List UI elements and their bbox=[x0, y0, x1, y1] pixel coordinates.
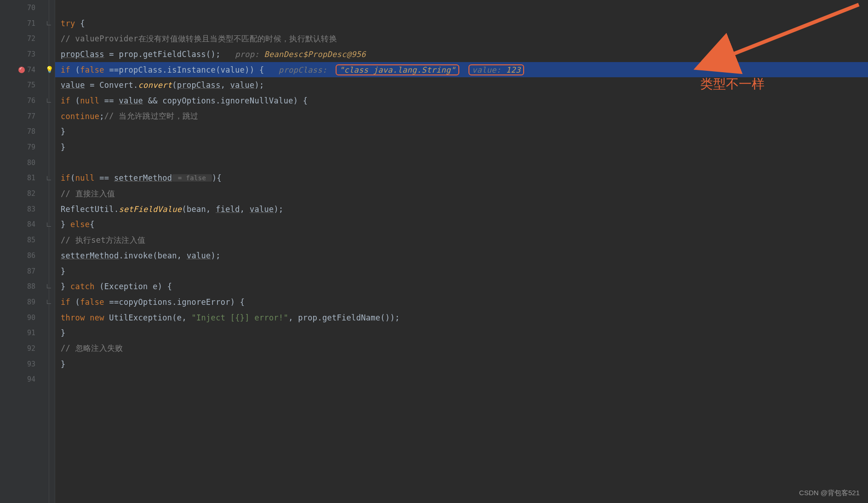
code-text: ){ bbox=[212, 173, 222, 183]
code-line[interactable] bbox=[55, 372, 868, 388]
fold-toggle-icon[interactable] bbox=[47, 176, 51, 180]
code-editor[interactable]: 70 71 72 73 74 75 76 77 78 79 80 81 82 8… bbox=[0, 0, 868, 503]
brace: } bbox=[61, 220, 70, 229]
fold-gutter[interactable]: 💡 bbox=[44, 0, 55, 503]
method-call: isInstance bbox=[167, 65, 216, 74]
code-line[interactable] bbox=[55, 0, 868, 16]
code-line[interactable]: // 直接注入值 bbox=[55, 186, 868, 201]
line-number[interactable]: 93 bbox=[0, 356, 44, 372]
comment: // 执行set方法注入值 bbox=[61, 235, 145, 246]
line-number[interactable]: 87 bbox=[0, 263, 44, 279]
code-text: ); bbox=[254, 80, 264, 90]
line-number[interactable]: 80 bbox=[0, 155, 44, 171]
code-text: ( bbox=[70, 65, 80, 74]
line-number[interactable]: 72 bbox=[0, 31, 44, 46]
variable: value bbox=[119, 96, 143, 105]
method-call: convert bbox=[138, 80, 172, 90]
comment: // valueProvider在没有对值做转换且当类型不匹配的时候，执行默认转… bbox=[61, 34, 337, 44]
code-area[interactable]: try { // valueProvider在没有对值做转换且当类型不匹配的时候… bbox=[55, 0, 868, 503]
code-line[interactable]: setterMethod.invoke(bean, value); bbox=[55, 248, 868, 263]
code-line[interactable]: } bbox=[55, 139, 868, 155]
line-number[interactable]: 73 bbox=[0, 46, 44, 62]
lightbulb-icon[interactable]: 💡 bbox=[46, 66, 52, 73]
line-number[interactable]: 86 bbox=[0, 248, 44, 263]
code-line[interactable]: } bbox=[55, 124, 868, 140]
code-line[interactable]: throw new UtilException(e, "Inject [{}] … bbox=[55, 310, 868, 326]
code-line[interactable]: // 执行set方法注入值 bbox=[55, 232, 868, 248]
code-line[interactable]: propClass = prop.getFieldClass(); prop: … bbox=[55, 46, 868, 62]
code-text: ; bbox=[99, 112, 104, 121]
code-text: (); bbox=[206, 50, 235, 59]
line-number-gutter[interactable]: 70 71 72 73 74 75 76 77 78 79 80 81 82 8… bbox=[0, 0, 44, 503]
fold-toggle-icon[interactable] bbox=[47, 300, 51, 304]
line-number[interactable]: 81 bbox=[0, 171, 44, 186]
fold-toggle-icon[interactable] bbox=[47, 223, 51, 227]
line-number[interactable]: 78 bbox=[0, 124, 44, 140]
brace: } bbox=[61, 143, 66, 152]
fold-toggle-icon[interactable] bbox=[47, 284, 51, 288]
keyword-if: if bbox=[61, 96, 70, 105]
code-line[interactable]: ReflectUtil.setFieldValue(bean, field, v… bbox=[55, 201, 868, 217]
line-number[interactable]: 82 bbox=[0, 186, 44, 201]
line-number[interactable]: 92 bbox=[0, 341, 44, 356]
line-number[interactable]: 70 bbox=[0, 0, 44, 16]
line-number[interactable]: 75 bbox=[0, 77, 44, 93]
comment: // 忽略注入失败 bbox=[61, 343, 123, 354]
argument: field bbox=[216, 205, 240, 214]
fold-toggle-icon[interactable] bbox=[47, 98, 51, 103]
line-number[interactable]: 79 bbox=[0, 139, 44, 155]
code-text: ); bbox=[211, 251, 221, 260]
code-text: .invoke(bean, bbox=[119, 251, 187, 260]
line-number[interactable]: 91 bbox=[0, 325, 44, 341]
line-number[interactable]: 94 bbox=[0, 372, 44, 388]
line-number[interactable]: 76 bbox=[0, 93, 44, 109]
inline-hint-label: propClass: bbox=[279, 65, 332, 74]
line-number[interactable]: 89 bbox=[0, 294, 44, 310]
code-text: ==copyOptions. bbox=[104, 297, 177, 307]
code-line[interactable]: if (null == value && copyOptions.ignoreN… bbox=[55, 93, 868, 109]
code-line[interactable]: } catch (Exception e) { bbox=[55, 279, 868, 294]
line-number-breakpoint[interactable]: 74 bbox=[0, 62, 44, 78]
class-ref: ReflectUtil. bbox=[61, 205, 119, 214]
code-line[interactable]: if (false ==copyOptions.ignoreError) { bbox=[55, 294, 868, 310]
code-text: ( bbox=[172, 80, 177, 90]
argument: value bbox=[230, 80, 255, 90]
code-line[interactable]: } else{ bbox=[55, 217, 868, 233]
line-number[interactable]: 83 bbox=[0, 201, 44, 217]
string-literal: "Inject [{}] error!" bbox=[191, 313, 288, 322]
keyword-throw: throw new bbox=[61, 313, 104, 322]
code-text: UtilException(e, bbox=[104, 313, 192, 322]
keyword-if: if bbox=[61, 173, 70, 183]
code-line[interactable]: try { bbox=[55, 16, 868, 31]
code-line[interactable]: } bbox=[55, 325, 868, 341]
code-text: , bbox=[240, 205, 250, 214]
line-number[interactable]: 90 bbox=[0, 310, 44, 326]
code-text: ) { bbox=[230, 297, 245, 307]
keyword-null: null bbox=[80, 96, 99, 105]
code-line[interactable]: } bbox=[55, 263, 868, 279]
line-number[interactable]: 77 bbox=[0, 109, 44, 124]
brace: } bbox=[61, 267, 66, 276]
code-line[interactable]: // 忽略注入失败 bbox=[55, 341, 868, 356]
inline-hint-label: value: bbox=[472, 65, 506, 74]
line-number[interactable]: 84 bbox=[0, 217, 44, 233]
keyword-continue: continue bbox=[61, 112, 99, 121]
line-number[interactable]: 88 bbox=[0, 279, 44, 294]
code-text: ==propClass. bbox=[104, 65, 167, 74]
inline-hint-value: 123 bbox=[506, 65, 521, 74]
code-line[interactable] bbox=[55, 155, 868, 171]
variable: setterMethod bbox=[114, 173, 172, 183]
line-number[interactable]: 85 bbox=[0, 232, 44, 248]
code-line[interactable]: if(null == setterMethod = false ){ bbox=[55, 171, 868, 186]
fold-toggle-icon[interactable] bbox=[47, 21, 51, 25]
keyword-catch: catch bbox=[70, 282, 95, 291]
keyword-if: if bbox=[61, 65, 70, 74]
code-line[interactable]: // valueProvider在没有对值做转换且当类型不匹配的时候，执行默认转… bbox=[55, 31, 868, 46]
variable: value bbox=[61, 80, 85, 90]
code-line[interactable]: } bbox=[55, 356, 868, 372]
code-text: (Exception e) { bbox=[95, 282, 172, 291]
code-line[interactable]: continue;// 当允许跳过空时，跳过 bbox=[55, 109, 868, 124]
code-text: (bean, bbox=[182, 205, 216, 214]
code-text: && copyOptions. bbox=[143, 96, 221, 105]
line-number[interactable]: 71 bbox=[0, 16, 44, 31]
